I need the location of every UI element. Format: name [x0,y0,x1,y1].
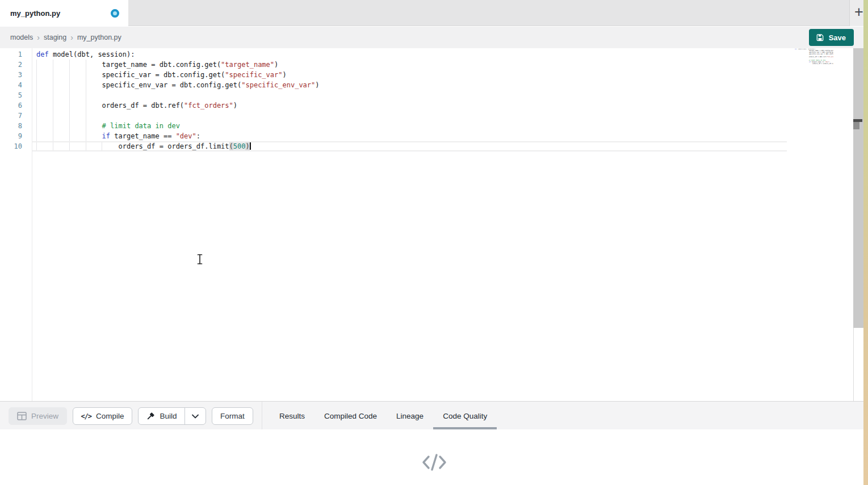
save-button-label: Save [829,33,846,42]
code-brackets-icon: </> [81,412,91,420]
tab-compiled-code[interactable]: Compiled Code [315,402,387,430]
indent-guide [86,70,86,80]
indent-guide [69,121,70,131]
build-split-button: Build [138,407,206,425]
indent-guide [53,111,53,121]
chevron-down-icon [191,414,199,419]
scrollbar-selection-marker [853,122,859,129]
indent-guide [102,142,102,150]
indent-guide [36,121,37,131]
indent-guide [36,90,37,100]
result-panel-tabs: Results Compiled Code Lineage Code Quali… [270,402,497,430]
save-button[interactable]: Save [809,29,854,46]
breadcrumb-separator-icon: › [37,33,40,42]
indent-guide [36,111,37,121]
indent-guide [36,100,37,111]
editor-tab-bar: my_python.py + [0,0,868,26]
empty-state-code-icon [421,453,447,471]
new-tab-button[interactable]: + [854,5,863,22]
scrollbar-track-lower [853,328,863,401]
indent-guide [36,70,37,80]
indent-guide [36,142,37,150]
code-line[interactable]: specific_var = dbt.config.get("specific_… [32,70,853,80]
preview-button-label: Preview [31,412,58,420]
hammer-icon [146,412,155,421]
indent-guide [86,121,86,131]
mouse-ibeam-cursor [196,254,204,265]
indent-guide [36,60,37,70]
tab-lineage[interactable]: Lineage [387,402,433,430]
indent-guide [53,142,53,150]
unsaved-changes-dot-icon [111,9,119,18]
code-lines: def model(dbt, session): target_name = d… [32,48,853,151]
tab-title: my_python.py [10,9,111,18]
line-number: 6 [0,100,32,111]
indent-guide [86,90,86,100]
indent-guide [69,111,70,121]
breadcrumb-item-staging: staging [44,33,66,41]
table-grid-icon [17,412,27,420]
code-line[interactable] [32,111,853,121]
indent-guide [86,142,86,150]
indent-guide [53,100,53,111]
breadcrumb-item-models: models [10,33,33,41]
line-number: 8 [0,121,32,131]
indent-guide [69,80,70,90]
code-quality-panel [0,429,868,485]
tab-bar-empty-space [128,0,849,26]
indent-guide [86,60,86,70]
tab-code-quality[interactable]: Code Quality [433,402,497,430]
tab-my-python-py[interactable]: my_python.py [0,0,128,26]
floppy-save-icon [816,33,824,42]
code-line[interactable]: orders_df = orders_df.limit(500) [32,141,787,151]
tab-compiled-code-label: Compiled Code [324,412,377,420]
indent-guide [53,80,53,90]
bottom-toolbar: Preview </> Compile Build [0,401,868,429]
indent-guide [69,90,70,100]
compile-button[interactable]: </> Compile [73,407,132,425]
line-number: 2 [0,60,32,70]
indent-guide [69,60,70,70]
line-number: 3 [0,70,32,80]
format-button[interactable]: Format [212,407,253,425]
line-number: 9 [0,131,32,141]
indent-guide [86,100,86,111]
line-number: 10 [0,141,32,151]
indent-guide [53,70,53,80]
screen-edge-artifact [863,0,868,485]
breadcrumb: models › staging › my_python.py Save [0,27,868,48]
code-line[interactable]: if target_name == "dev": [32,131,853,141]
indent-guide [53,60,53,70]
tab-code-quality-label: Code Quality [443,412,487,420]
toolbar-divider [262,402,262,429]
indent-guide [36,80,37,90]
indent-guide [36,131,37,141]
line-number: 4 [0,80,32,90]
scrollbar-track[interactable] [853,48,863,401]
line-number: 1 [0,49,32,60]
code-line[interactable] [32,90,853,100]
tab-results[interactable]: Results [270,402,315,430]
line-number: 7 [0,111,32,121]
tab-results-label: Results [279,412,305,420]
indent-guide [86,131,86,141]
dbt-ide-window: my_python.py + models › staging › my_pyt… [0,0,868,485]
code-line[interactable]: specific_env_var = dbt.config.get("speci… [32,80,853,90]
scrollbar-thumb[interactable] [853,48,863,328]
indent-guide [86,111,86,121]
code-line[interactable]: orders_df = dbt.ref("fct_orders") [32,100,853,111]
minimap[interactable]: def model(dbt, session): target_name = d… [795,49,833,68]
build-options-dropdown-button[interactable] [185,408,206,424]
line-number: 5 [0,90,32,100]
code-line[interactable]: # limit data in dev [32,121,853,131]
code-line[interactable]: def model(dbt, session): [32,49,853,60]
build-button[interactable]: Build [139,408,185,424]
indent-guide [69,100,70,111]
breadcrumb-separator-icon: › [70,33,73,42]
code-editor[interactable]: 12345678910 def model(dbt, session): tar… [0,48,868,401]
preview-button[interactable]: Preview [9,407,67,425]
indent-guide [69,142,70,150]
indent-guide [69,131,70,141]
code-line[interactable]: target_name = dbt.config.get("target_nam… [32,60,853,70]
indent-guide [53,90,53,100]
